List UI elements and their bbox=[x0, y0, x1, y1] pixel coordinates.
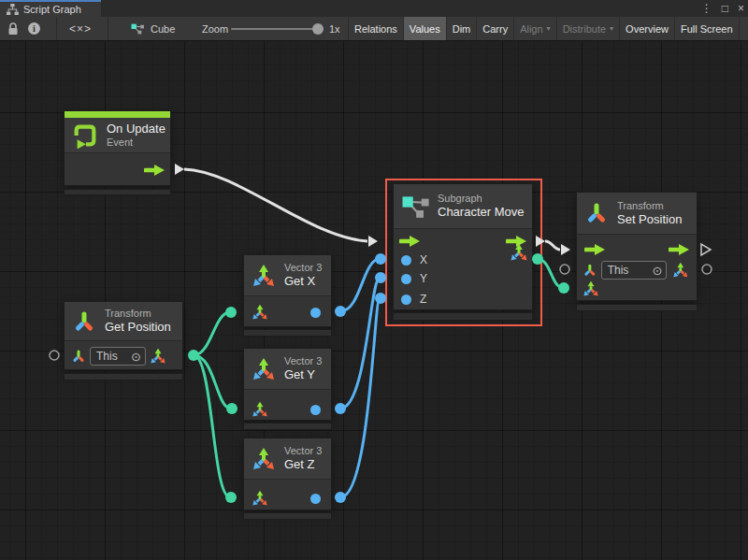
code-icon: <×> bbox=[69, 22, 92, 36]
zoom-label: Zoom bbox=[202, 17, 228, 40]
node-get-y[interactable]: Vector 3 Get Y bbox=[243, 348, 332, 421]
transform-icon bbox=[584, 201, 609, 225]
vector3-in-icon[interactable] bbox=[252, 490, 268, 507]
z-out-port[interactable] bbox=[310, 494, 321, 504]
flow-out-port[interactable] bbox=[669, 244, 689, 255]
node-footer bbox=[576, 304, 698, 311]
node-footer bbox=[243, 329, 332, 337]
x-out-port[interactable] bbox=[310, 308, 321, 318]
relations-button[interactable]: Relations bbox=[348, 17, 404, 40]
node-get-position[interactable]: Transform Get Position This ⊙ bbox=[64, 301, 183, 370]
carry-button[interactable]: Carry bbox=[477, 17, 514, 40]
code-view-button[interactable]: <×> bbox=[69, 17, 92, 40]
window-maximize-icon[interactable]: □ bbox=[722, 0, 728, 17]
graph-breadcrumb[interactable]: Cube bbox=[131, 17, 175, 40]
node-character-move[interactable]: Subgraph Character Move X Y Z bbox=[393, 183, 533, 310]
node-footer bbox=[64, 189, 171, 195]
align-button[interactable]: Align ▾ bbox=[514, 17, 556, 40]
transform-mini-icon bbox=[583, 263, 597, 278]
vector3-out-icon[interactable] bbox=[672, 262, 689, 279]
z-in-port[interactable] bbox=[401, 294, 411, 305]
node-set-position[interactable]: Transform Set Position This ⊙ bbox=[576, 192, 698, 301]
toolbar-divider bbox=[108, 17, 108, 40]
vector3-icon bbox=[252, 357, 276, 381]
zoom-slider-track[interactable] bbox=[231, 28, 317, 30]
dropdown-icon: ▾ bbox=[547, 24, 551, 33]
node-header: Transform Get Position bbox=[65, 302, 182, 341]
fullscreen-button[interactable]: Full Screen bbox=[675, 17, 740, 40]
vector3-in-icon[interactable] bbox=[583, 280, 599, 297]
zoom-slider-handle[interactable] bbox=[312, 23, 324, 35]
node-header: Subgraph Character Move bbox=[394, 184, 532, 229]
node-type: Vector 3 bbox=[284, 262, 322, 274]
object-picker-icon[interactable]: ⊙ bbox=[131, 351, 141, 363]
x-in-port[interactable] bbox=[401, 255, 411, 266]
object-picker-icon[interactable]: ⊙ bbox=[652, 265, 662, 277]
dim-button[interactable]: Dim bbox=[447, 17, 478, 40]
node-title: Set Position bbox=[617, 212, 682, 227]
node-title: On Update bbox=[107, 122, 165, 136]
distribute-button[interactable]: Distribute ▾ bbox=[557, 17, 620, 40]
tab-script-graph[interactable]: Script Graph bbox=[0, 0, 101, 17]
node-type: Event bbox=[107, 136, 165, 149]
subgraph-icon bbox=[401, 194, 429, 219]
port-row bbox=[244, 399, 331, 420]
node-title: Get Y bbox=[284, 367, 322, 382]
lock-button[interactable] bbox=[7, 17, 19, 40]
node-type: Subgraph bbox=[438, 193, 524, 205]
on-update-loop-icon bbox=[72, 122, 98, 149]
vector3-out-icon[interactable] bbox=[150, 348, 166, 365]
graph-icon bbox=[131, 22, 144, 35]
tab-title: Script Graph bbox=[23, 4, 81, 15]
flow-out-port[interactable] bbox=[144, 165, 165, 176]
port-row bbox=[244, 302, 331, 323]
zoom-value: 1x bbox=[329, 17, 340, 40]
this-row: This ⊙ bbox=[577, 260, 697, 280]
this-object-field[interactable]: This ⊙ bbox=[601, 261, 668, 280]
transform-mini-icon bbox=[71, 349, 86, 364]
node-get-x[interactable]: Vector 3 Get X bbox=[243, 254, 332, 327]
input-row-z: Z bbox=[394, 289, 532, 309]
vector3-in-icon[interactable] bbox=[252, 304, 268, 321]
graph-name: Cube bbox=[151, 23, 175, 35]
value-row: This ⊙ bbox=[65, 346, 182, 366]
node-header: Vector 3 Get X bbox=[244, 255, 331, 296]
vector3-in-icon[interactable] bbox=[252, 401, 268, 418]
values-button[interactable]: Values bbox=[404, 17, 447, 40]
window-menu-icon[interactable]: ⋮ bbox=[701, 0, 712, 17]
node-title: Get Position bbox=[105, 320, 171, 335]
lock-icon bbox=[7, 22, 19, 36]
dropdown-icon: ▾ bbox=[610, 24, 613, 33]
y-out-port[interactable] bbox=[310, 405, 321, 415]
node-footer bbox=[64, 373, 183, 381]
node-footer bbox=[243, 423, 332, 430]
node-header: Vector 3 Get Y bbox=[244, 349, 331, 390]
vector3-icon bbox=[252, 264, 276, 288]
input-row-y: Y bbox=[394, 268, 532, 289]
info-button[interactable]: i bbox=[28, 17, 40, 40]
vector3-out-icon[interactable] bbox=[510, 243, 528, 262]
node-get-z[interactable]: Vector 3 Get Z bbox=[243, 438, 332, 510]
y-in-port[interactable] bbox=[401, 274, 411, 284]
event-accent-bar bbox=[65, 111, 170, 118]
node-footer bbox=[243, 512, 332, 520]
vector3-icon bbox=[252, 447, 276, 471]
this-object-field[interactable]: This ⊙ bbox=[90, 347, 146, 366]
node-footer bbox=[393, 312, 533, 321]
flow-in-port[interactable] bbox=[399, 236, 420, 247]
value-row bbox=[577, 279, 697, 299]
node-title: Get X bbox=[284, 274, 322, 289]
node-header: Transform Set Position bbox=[577, 193, 697, 235]
overview-button[interactable]: Overview bbox=[620, 17, 675, 40]
node-type: Vector 3 bbox=[284, 355, 322, 367]
flow-in-port[interactable] bbox=[584, 244, 605, 255]
window-tab-bar: Script Graph ⋮ □ × bbox=[0, 0, 748, 17]
port-label: Y bbox=[420, 272, 427, 285]
flow-out-row bbox=[65, 160, 170, 180]
node-type: Vector 3 bbox=[284, 445, 322, 457]
info-icon: i bbox=[28, 22, 40, 35]
port-row bbox=[244, 488, 331, 509]
node-on-update[interactable]: On Update Event bbox=[64, 110, 171, 186]
toolbar-divider bbox=[56, 17, 57, 40]
window-close-icon[interactable]: × bbox=[738, 0, 744, 17]
